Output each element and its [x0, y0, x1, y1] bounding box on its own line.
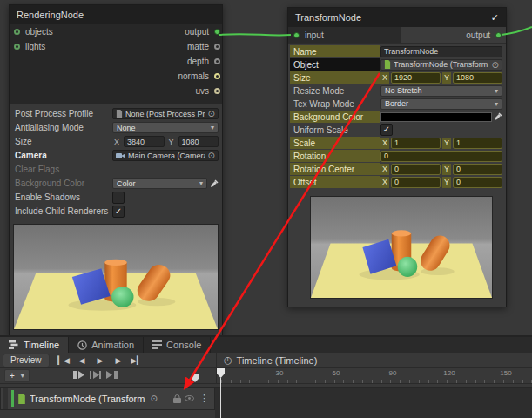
transform-input-port[interactable]: input	[288, 27, 401, 43]
eyedropper-icon[interactable]	[494, 112, 502, 121]
background-color-swatch[interactable]	[380, 112, 492, 122]
tab-console[interactable]: Console	[144, 337, 211, 353]
transform-output-label: output	[466, 30, 490, 40]
node-enabled-checkbox[interactable]: ✓	[491, 12, 499, 24]
object-field[interactable]: TransformNode (Transform Node ⊙	[380, 59, 502, 71]
timeline-asset-selector[interactable]: ◷ Timeline (Timeline)	[216, 353, 532, 367]
timeline-toolbar: Preview ▎◀ ◀ ▶ ▶ ▶▎ ◷ Timeline (Timeline…	[0, 353, 532, 368]
ruler-tick: 30	[276, 369, 284, 377]
port-output[interactable]: output	[178, 24, 222, 39]
port-lights-dot[interactable]	[14, 44, 20, 50]
chevron-down-icon: ▾	[21, 371, 24, 381]
eye-icon[interactable]	[185, 395, 194, 401]
size-label: Size	[290, 71, 380, 84]
track-grip[interactable]	[3, 388, 8, 409]
transform-output-port[interactable]: output	[401, 27, 507, 43]
name-field[interactable]: TransformNode	[380, 46, 502, 57]
size-x-field[interactable]: 3840	[124, 136, 164, 147]
port-objects[interactable]: objects	[10, 24, 53, 39]
tab-bar: Timeline Animation Console	[0, 337, 532, 353]
rendering-node[interactable]: RenderingNode objects lights output	[9, 4, 223, 336]
port-uvs-dot[interactable]	[214, 88, 220, 94]
edit-mode-replace-button[interactable]	[106, 371, 118, 379]
post-process-profile-field[interactable]: None (Post Process Profile) ⊙	[112, 108, 219, 119]
resize-mode-dropdown[interactable]: No Stretch ▾	[380, 85, 502, 97]
skip-to-start-button[interactable]: ▎◀	[55, 354, 73, 367]
object-picker-icon[interactable]: ⊙	[208, 109, 215, 118]
marker-toggle-button[interactable]	[192, 370, 199, 386]
playhead-line	[220, 378, 221, 418]
edit-mode-ripple-button[interactable]	[90, 371, 101, 379]
include-child-renderers-label: Include Child Renderers	[11, 205, 112, 218]
include-child-renderers-checkbox[interactable]: ✓	[112, 206, 125, 218]
object-picker-icon[interactable]: ⊙	[208, 151, 215, 160]
rotation-center-x-field[interactable]: 0	[391, 164, 441, 175]
port-matte-dot[interactable]	[214, 44, 220, 50]
size-x-field[interactable]: 1920	[391, 72, 441, 84]
uniform-scale-checkbox[interactable]: ✓	[380, 124, 393, 136]
transform-output-dot[interactable]	[495, 32, 502, 38]
tab-timeline[interactable]: Timeline	[0, 337, 69, 353]
track-options-kebab-icon[interactable]: ⋮	[198, 393, 211, 404]
edit-mode-mix-button[interactable]	[73, 371, 84, 379]
rotation-center-y-field[interactable]: 0	[453, 164, 502, 175]
camera-label: Camera	[11, 149, 112, 162]
timeline-track-content[interactable]	[215, 387, 532, 418]
next-frame-button[interactable]: ▶	[110, 354, 128, 367]
ruler-tick: 120	[443, 369, 455, 377]
enable-shadows-checkbox[interactable]	[112, 192, 125, 204]
rendering-node-header[interactable]: RenderingNode	[10, 5, 222, 24]
port-normals[interactable]: normals	[178, 69, 222, 84]
node-graph-canvas[interactable]: RenderingNode objects lights output	[0, 0, 532, 418]
camera-field[interactable]: Main Camera (Camera) ⊙	[112, 150, 219, 161]
axis-x-label: X	[380, 138, 389, 149]
port-depth-dot[interactable]	[214, 58, 220, 64]
port-objects-dot[interactable]	[14, 29, 20, 35]
transform-input-label: input	[305, 30, 324, 40]
offset-label: Offset	[290, 176, 380, 188]
timeline-ruler[interactable]: 30 60 90 120 150	[216, 367, 532, 383]
timeline-track-header[interactable]: TransformNode (Transform ⊙ ⋮	[0, 387, 215, 410]
previous-frame-button[interactable]: ◀	[73, 354, 91, 367]
render-preview-image	[14, 225, 218, 329]
background-color-dropdown[interactable]: Color ▾	[112, 178, 207, 189]
port-matte[interactable]: matte	[178, 39, 222, 54]
eyedropper-icon[interactable]	[210, 179, 219, 188]
offset-x-field[interactable]: 0	[391, 177, 441, 188]
size-y-field[interactable]: 1080	[453, 72, 502, 84]
wire-rendering-output-to-transform-input[interactable]	[219, 34, 291, 35]
port-depth[interactable]: depth	[178, 54, 222, 69]
axis-x-label: X	[380, 177, 389, 188]
port-lights[interactable]: lights	[10, 39, 53, 54]
port-uvs[interactable]: uvs	[178, 84, 222, 98]
lock-icon[interactable]	[173, 394, 181, 403]
add-track-button[interactable]: + ▾	[4, 369, 30, 382]
transform-node[interactable]: TransformNode ✓ input output Name Transf…	[287, 7, 507, 307]
tab-animation[interactable]: Animation	[69, 337, 144, 353]
scale-label: Scale	[290, 137, 380, 149]
rotation-field[interactable]: 0	[380, 151, 502, 162]
scale-x-field[interactable]: 1	[391, 138, 441, 149]
object-picker-icon[interactable]: ⊙	[492, 60, 499, 70]
enable-shadows-label: Enable Shadows	[11, 191, 112, 204]
axis-x-label: X	[380, 72, 389, 84]
size-y-field[interactable]: 1080	[178, 136, 219, 147]
axis-y-label: Y	[442, 72, 451, 84]
transform-input-dot[interactable]	[293, 32, 300, 38]
offset-y-field[interactable]: 0	[453, 177, 502, 188]
tex-wrap-mode-dropdown[interactable]: Border ▾	[380, 98, 502, 110]
axis-y-label: Y	[442, 164, 451, 175]
play-button[interactable]: ▶	[91, 354, 110, 367]
object-picker-icon[interactable]: ⊙	[150, 394, 157, 403]
preview-toggle-button[interactable]: Preview	[3, 354, 50, 367]
script-icon	[384, 60, 391, 69]
antialiasing-mode-dropdown[interactable]: None ▾	[112, 122, 219, 133]
transform-node-header[interactable]: TransformNode ✓	[288, 8, 506, 27]
ruler-tick: 60	[333, 369, 340, 377]
skip-to-end-button[interactable]: ▶▎	[128, 354, 146, 367]
port-output-dot[interactable]	[214, 29, 220, 35]
animation-icon	[77, 340, 87, 350]
chevron-down-icon: ▾	[495, 87, 498, 95]
scale-y-field[interactable]: 1	[453, 138, 502, 149]
port-normals-dot[interactable]	[214, 73, 220, 79]
